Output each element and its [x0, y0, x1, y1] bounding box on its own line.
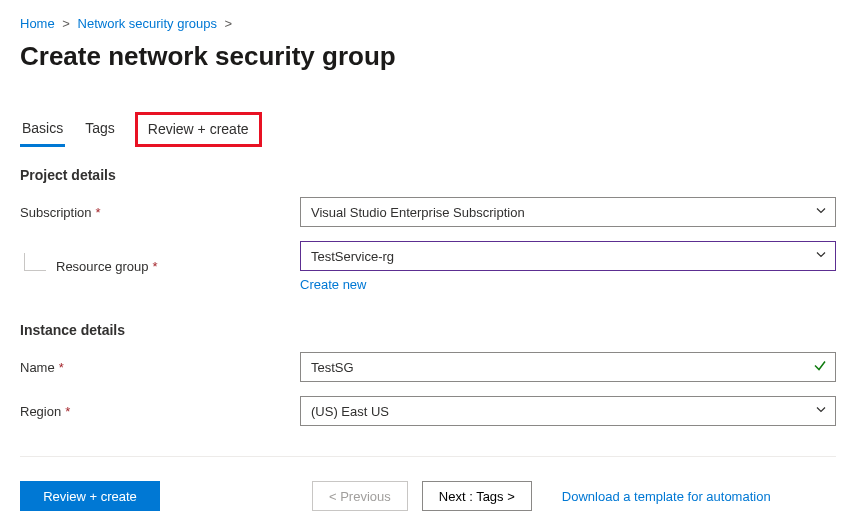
previous-button: < Previous	[312, 481, 408, 511]
tree-indent-icon	[24, 253, 46, 271]
region-select[interactable]: (US) East US	[300, 396, 836, 426]
label-resource-group: Resource group*	[20, 259, 300, 274]
section-project-details: Project details	[20, 167, 836, 183]
row-subscription: Subscription* Visual Studio Enterprise S…	[20, 197, 836, 227]
footer-bar: Review + create < Previous Next : Tags >…	[20, 456, 836, 511]
create-new-link[interactable]: Create new	[300, 277, 366, 292]
chevron-right-icon: >	[225, 16, 233, 31]
tab-review-create[interactable]: Review + create	[135, 112, 262, 147]
subscription-select[interactable]: Visual Studio Enterprise Subscription	[300, 197, 836, 227]
row-name: Name* TestSG	[20, 352, 836, 382]
section-instance-details: Instance details	[20, 322, 836, 338]
chevron-down-icon	[815, 205, 827, 220]
row-region: Region* (US) East US	[20, 396, 836, 426]
name-input[interactable]: TestSG	[300, 352, 836, 382]
chevron-down-icon	[815, 404, 827, 419]
label-region: Region*	[20, 404, 300, 419]
tab-basics[interactable]: Basics	[20, 112, 65, 147]
label-name: Name*	[20, 360, 300, 375]
breadcrumb-nsg[interactable]: Network security groups	[78, 16, 217, 31]
chevron-right-icon: >	[62, 16, 70, 31]
download-template-link[interactable]: Download a template for automation	[562, 489, 771, 504]
row-resource-group: Resource group* TestService-rg Create ne…	[20, 241, 836, 292]
next-button[interactable]: Next : Tags >	[422, 481, 532, 511]
resource-group-select[interactable]: TestService-rg	[300, 241, 836, 271]
tab-tags[interactable]: Tags	[83, 112, 117, 147]
breadcrumb-home[interactable]: Home	[20, 16, 55, 31]
review-create-button[interactable]: Review + create	[20, 481, 160, 511]
page-title: Create network security group	[20, 41, 836, 72]
chevron-down-icon	[815, 249, 827, 264]
checkmark-icon	[813, 359, 827, 376]
tabs: Basics Tags Review + create	[20, 112, 836, 147]
breadcrumb: Home > Network security groups >	[20, 16, 836, 31]
label-subscription: Subscription*	[20, 205, 300, 220]
